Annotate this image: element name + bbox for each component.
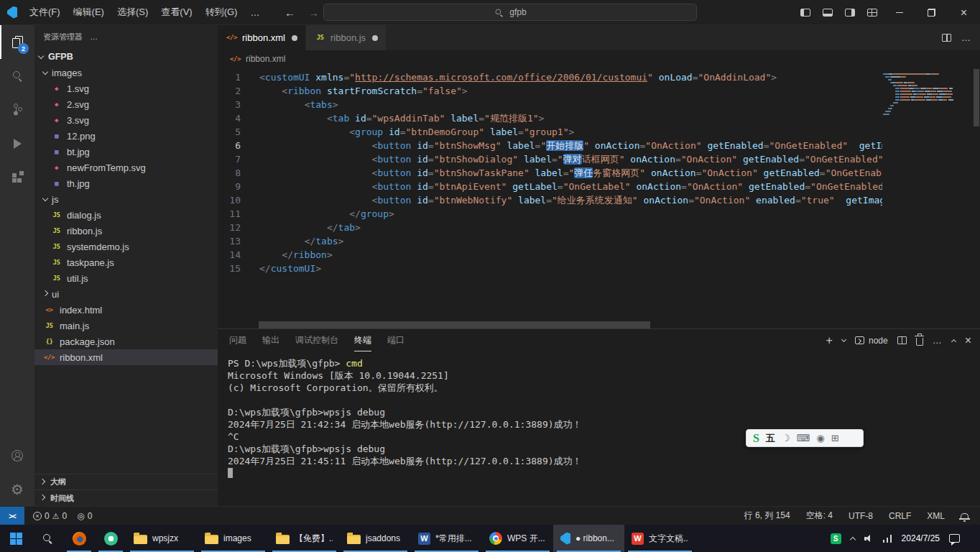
- minimize-button[interactable]: [883, 0, 915, 25]
- tab-ribbon.js[interactable]: JSribbon.js: [306, 25, 387, 50]
- activity-explorer[interactable]: 2: [0, 25, 34, 59]
- taskbar-folder-images[interactable]: images: [198, 525, 269, 552]
- taskbar-browser[interactable]: [95, 525, 126, 552]
- eol-indicator[interactable]: CRLF: [887, 511, 912, 521]
- close-button[interactable]: [948, 0, 980, 25]
- code-line-15[interactable]: </customUI>: [259, 262, 882, 275]
- file-ribbon.js[interactable]: JSribbon.js: [34, 223, 218, 239]
- vertical-scrollbar-thumb[interactable]: [974, 69, 979, 126]
- file-index.html[interactable]: <>index.html: [34, 302, 218, 318]
- code-line-11[interactable]: </group>: [259, 207, 882, 221]
- folder-images[interactable]: images: [34, 65, 218, 80]
- file-2.svg[interactable]: ◆2.svg: [34, 96, 218, 112]
- file-systemdemo.js[interactable]: JSsystemdemo.js: [34, 239, 218, 254]
- code-line-9[interactable]: <button id="btnApiEvent" getLabel="OnGet…: [259, 180, 882, 193]
- panel-tab-终端[interactable]: 终端: [354, 329, 371, 351]
- activity-extensions[interactable]: [0, 160, 34, 194]
- taskbar-folder-free[interactable]: 【免费】...: [269, 525, 340, 552]
- split-editor-button[interactable]: [942, 34, 951, 42]
- file-newFromTemp.svg[interactable]: ◆newFromTemp.svg: [34, 160, 218, 175]
- ports-indicator[interactable]: 0: [75, 511, 93, 521]
- taskbar-start[interactable]: [0, 525, 32, 552]
- volume[interactable]: [864, 535, 874, 543]
- sogou-logo-icon[interactable]: S: [753, 432, 759, 445]
- activity-search[interactable]: [0, 59, 34, 93]
- sogou-tray[interactable]: S: [831, 533, 841, 544]
- notifications-button[interactable]: [959, 512, 970, 520]
- restore-button[interactable]: [915, 0, 948, 25]
- code-line-13[interactable]: </tabs>: [259, 234, 882, 248]
- panel-tab-端口[interactable]: 端口: [387, 329, 405, 351]
- maximize-panel-button[interactable]: [951, 339, 956, 344]
- file-util.js[interactable]: JSutil.js: [34, 270, 218, 286]
- ime-moon-icon[interactable]: [782, 433, 790, 443]
- cursor-position[interactable]: 行 6, 列 154: [743, 510, 792, 522]
- back-button[interactable]: ←: [285, 6, 295, 19]
- network[interactable]: [883, 535, 892, 543]
- file-3.svg[interactable]: ◆3.svg: [34, 112, 218, 128]
- kill-terminal-button[interactable]: [916, 338, 923, 346]
- folder-js[interactable]: js: [34, 191, 218, 207]
- tray-expand[interactable]: [851, 535, 855, 542]
- taskbar-clock[interactable]: 2024/7/25: [902, 533, 940, 543]
- ime-toolbox-icon[interactable]: [831, 433, 839, 443]
- file-th.jpg[interactable]: ▦th.jpg: [34, 175, 218, 191]
- minimap[interactable]: [883, 73, 971, 116]
- indentation-indicator[interactable]: 空格: 4: [805, 510, 834, 522]
- action-center-icon[interactable]: [949, 534, 960, 543]
- vertical-scrollbar[interactable]: [973, 68, 980, 328]
- workspace-root-folder[interactable]: GFPB: [34, 48, 218, 65]
- activity-run-debug[interactable]: [0, 126, 34, 160]
- taskbar-wps-writer[interactable]: W文字文稿...: [624, 525, 695, 552]
- taskbar-folder-jsaddons[interactable]: jsaddons: [340, 525, 411, 552]
- language-mode-indicator[interactable]: XML: [925, 511, 946, 521]
- accounts-button[interactable]: [0, 438, 34, 472]
- explorer-actions-button[interactable]: [90, 32, 98, 41]
- menu-item-2[interactable]: 选择(S): [111, 0, 154, 24]
- file-12.png[interactable]: ▦12.png: [34, 128, 218, 144]
- taskbar-vscode[interactable]: ● ribbon...: [553, 525, 624, 552]
- sogou-ime-toolbar[interactable]: S 五: [746, 429, 864, 447]
- outline-section[interactable]: 大纲: [34, 474, 218, 490]
- file-bt.jpg[interactable]: ▦bt.jpg: [34, 144, 218, 160]
- code-line-7[interactable]: <button id="btnShowDialog" label="弹对话框网页…: [259, 152, 882, 166]
- file-1.svg[interactable]: ◆1.svg: [34, 80, 218, 96]
- menu-item-3[interactable]: 查看(V): [154, 0, 198, 24]
- customize-layout-button[interactable]: [861, 0, 883, 25]
- panel-tab-问题[interactable]: 问题: [229, 329, 246, 351]
- close-panel-button[interactable]: [965, 335, 971, 346]
- activity-source-control[interactable]: [0, 93, 34, 126]
- taskbar-firefox[interactable]: [63, 525, 95, 552]
- menu-item-5[interactable]: …: [244, 0, 266, 24]
- code-lines[interactable]: <customUI xmlns="http://schemas.microsof…: [259, 70, 882, 328]
- file-ribbon.xml[interactable]: </>ribbon.xml: [34, 349, 218, 365]
- code-line-12[interactable]: </tab>: [259, 221, 882, 234]
- forward-button[interactable]: →: [308, 6, 319, 19]
- tab-ribbon.xml[interactable]: </>ribbon.xml: [218, 25, 306, 50]
- horizontal-scrollbar[interactable]: [218, 321, 882, 328]
- more-actions-button[interactable]: [961, 32, 971, 43]
- problems-indicator[interactable]: 0 0: [32, 511, 68, 521]
- terminal-instance-item[interactable]: node: [855, 336, 888, 346]
- code-line-5[interactable]: <group id="btnDemoGroup" label="group1">: [259, 125, 882, 139]
- remote-indicator[interactable]: [0, 507, 24, 525]
- timeline-section[interactable]: 时间线: [34, 490, 218, 506]
- code-line-3[interactable]: <tabs>: [259, 98, 882, 111]
- file-dialog.js[interactable]: JSdialog.js: [34, 207, 218, 223]
- toggle-sidebar-button[interactable]: [794, 0, 816, 25]
- settings-button[interactable]: [0, 472, 34, 506]
- toggle-panel-button[interactable]: [816, 0, 838, 25]
- code-line-8[interactable]: <button id="btnShowTaskPane" label="弹任务窗…: [259, 166, 882, 180]
- code-line-6[interactable]: <button id="btnShowMsg" label="开始排版" onA…: [259, 139, 882, 152]
- taskbar-search[interactable]: [32, 525, 63, 552]
- split-terminal-button[interactable]: [897, 336, 907, 344]
- code-editor[interactable]: 123456789101112131415 <customUI xmlns="h…: [218, 68, 980, 328]
- toggle-secondary-sidebar-button[interactable]: [838, 0, 861, 25]
- code-line-4[interactable]: <tab id="wpsAddinTab" label="规范排版1">: [259, 111, 882, 125]
- file-main.js[interactable]: JSmain.js: [34, 318, 218, 334]
- code-line-10[interactable]: <button id="btnWebNotify" label="给业务系统发通…: [259, 193, 882, 207]
- terminal-output[interactable]: PS D:\wps加载项\gfpb> cmdMicrosoft Windows …: [218, 351, 980, 506]
- taskbar-folder-wpsjzx[interactable]: wpsjzx: [126, 525, 198, 552]
- taskbar-word-doc[interactable]: W*常用排...: [411, 525, 482, 552]
- horizontal-scrollbar-thumb[interactable]: [259, 321, 650, 328]
